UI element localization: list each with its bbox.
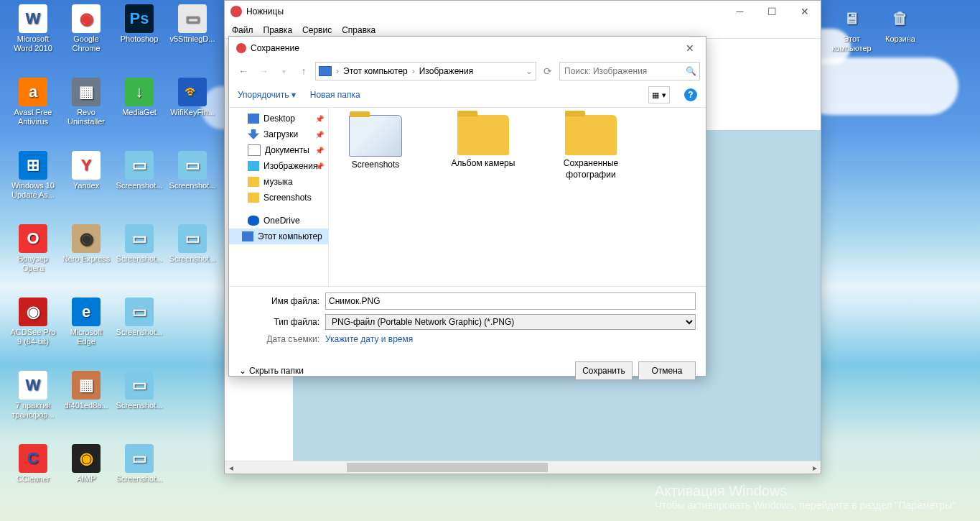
- folder-item[interactable]: Альбом камеры: [444, 115, 523, 170]
- pin-icon: 📌: [315, 162, 324, 170]
- tree-node[interactable]: Документы📌: [229, 142, 328, 158]
- desktop-icon[interactable]: ▭Screenshot...: [113, 151, 165, 190]
- maximize-button[interactable]: ☐: [756, 1, 788, 22]
- scroll-left-arrow[interactable]: ◂: [225, 461, 237, 474]
- tree-node[interactable]: Screenshots: [229, 190, 328, 206]
- app-icon: e: [72, 298, 101, 326]
- desktop-icon[interactable]: ◉Google Chrome: [60, 4, 112, 53]
- horizontal-scrollbar[interactable]: ◂ ▸: [225, 461, 821, 474]
- app-icon: ▭: [125, 298, 154, 326]
- tree-label: Загрузки: [263, 129, 298, 139]
- folder-item[interactable]: Screenshots: [336, 115, 415, 171]
- app-icon: W: [19, 4, 47, 33]
- desktop-icon[interactable]: ▭v5SttniegD...: [167, 4, 218, 44]
- app-icon: ▦: [72, 371, 101, 400]
- folder-icon: [565, 115, 617, 155]
- help-button[interactable]: ?: [684, 88, 697, 101]
- desktop-icon[interactable]: WMicrosoft Word 2010: [7, 4, 59, 53]
- folder-tree[interactable]: Desktop📌Загрузки📌Документы📌Изображения📌м…: [229, 108, 329, 286]
- desktop-icon[interactable]: eMicrosoft Edge: [60, 298, 112, 346]
- save-close-button[interactable]: ✕: [673, 37, 706, 59]
- organize-button[interactable]: Упорядочить ▾: [238, 90, 296, 100]
- filetype-select[interactable]: PNG-файл (Portable Network Graphic) (*.P…: [325, 314, 696, 330]
- scroll-thumb[interactable]: [347, 463, 548, 472]
- app-icon: ᯤ: [178, 78, 207, 106]
- refresh-button[interactable]: ⟳: [539, 63, 556, 80]
- address-bar[interactable]: › Этот компьютер › Изображения ⌄: [315, 62, 536, 80]
- new-folder-button[interactable]: Новая папка: [310, 90, 360, 100]
- desktop-icon[interactable]: ▦df401ed8a...: [60, 371, 112, 410]
- icon-label: AIMP: [60, 474, 112, 484]
- desktop-icon[interactable]: ↓MediaGet: [113, 78, 165, 117]
- desktop-icon[interactable]: ◉AIMP: [60, 444, 112, 484]
- desktop-icon[interactable]: 🗑Корзина: [874, 4, 926, 44]
- chevron-down-icon[interactable]: ⌄: [526, 66, 533, 76]
- nav-up-button[interactable]: ↑: [295, 63, 312, 80]
- tree-label: OneDrive: [263, 216, 300, 226]
- file-list[interactable]: ScreenshotsАльбом камерыСохраненные фото…: [329, 108, 706, 286]
- nav-back-button[interactable]: ←: [235, 63, 252, 80]
- tree-node[interactable]: Этот компьютер: [229, 229, 328, 244]
- tree-node[interactable]: Изображения📌: [229, 158, 328, 174]
- icon-label: Revo Uninstaller: [60, 108, 112, 126]
- nav-forward-button[interactable]: →: [255, 63, 272, 80]
- search-box[interactable]: 🔍: [559, 62, 700, 80]
- date-link[interactable]: Укажите дату и время: [325, 334, 413, 344]
- snip-titlebar[interactable]: Ножницы ─ ☐ ✕: [225, 1, 821, 22]
- tree-node[interactable]: OneDrive: [229, 213, 328, 229]
- search-input[interactable]: [563, 65, 686, 77]
- save-titlebar[interactable]: Сохранение ✕: [229, 37, 706, 60]
- desktop-icon[interactable]: W7 практик трансфор...: [7, 371, 59, 420]
- menu-tools[interactable]: Сервис: [302, 25, 332, 35]
- app-icon: ↓: [125, 78, 154, 106]
- minimize-button[interactable]: ─: [724, 1, 756, 22]
- desktop-icon[interactable]: ◉Nero Express: [60, 224, 112, 264]
- desktop-icon[interactable]: ▭Screenshot...: [167, 224, 218, 264]
- tree-node[interactable]: Desktop📌: [229, 111, 328, 126]
- desktop-icon[interactable]: ▭Screenshot...: [113, 444, 165, 484]
- close-button[interactable]: ✕: [788, 1, 821, 22]
- folder-icon: [248, 114, 259, 124]
- app-icon: ◉: [72, 224, 101, 253]
- folder-icon: [248, 144, 261, 156]
- desktop-icon[interactable]: CCCleaner: [7, 444, 59, 484]
- desktop-icon[interactable]: PsPhotoshop: [113, 4, 165, 44]
- filetype-label: Тип файла:: [239, 317, 325, 327]
- pc-icon: [319, 66, 332, 76]
- nav-recent-button[interactable]: ▾: [275, 63, 292, 80]
- tree-node[interactable]: Загрузки📌: [229, 126, 328, 142]
- desktop-icon[interactable]: YYandex: [60, 151, 112, 190]
- desktop-icon[interactable]: ▭Screenshot...: [113, 298, 165, 337]
- menu-file[interactable]: Файл: [232, 25, 253, 35]
- save-button[interactable]: Сохранить: [575, 361, 633, 380]
- desktop-icon[interactable]: aAvast Free Antivirus: [7, 78, 59, 126]
- save-title: Сохранение: [251, 43, 673, 53]
- desktop-icon[interactable]: 🖥Этот компьютер: [826, 4, 877, 53]
- menu-edit[interactable]: Правка: [263, 25, 293, 35]
- tree-node[interactable]: музыка: [229, 174, 328, 190]
- icon-label: Screenshot...: [167, 181, 218, 190]
- desktop-icon[interactable]: ▦Revo Uninstaller: [60, 78, 112, 126]
- folder-item[interactable]: Сохраненные фотографии: [551, 115, 630, 180]
- desktop-icon[interactable]: ᯤWifiKeyFin...: [167, 78, 218, 117]
- search-icon[interactable]: 🔍: [686, 66, 696, 76]
- desktop-icon[interactable]: ⊞Windows 10 Update As...: [7, 151, 59, 200]
- desktop-icon[interactable]: ▭Screenshot...: [113, 371, 165, 410]
- filename-input[interactable]: [325, 292, 696, 310]
- breadcrumb-current[interactable]: Изображения: [419, 66, 473, 76]
- app-icon: a: [19, 78, 47, 106]
- breadcrumb-root[interactable]: Этот компьютер: [343, 66, 408, 76]
- scroll-right-arrow[interactable]: ▸: [808, 461, 821, 474]
- desktop-icon[interactable]: ◉ACDSee Pro 9 (64-bit): [7, 298, 59, 346]
- desktop-icon[interactable]: ▭Screenshot...: [167, 151, 218, 190]
- menu-help[interactable]: Справка: [342, 25, 375, 35]
- chevron-down-icon: ⌄: [239, 366, 246, 376]
- desktop-icon[interactable]: OБраузер Opera: [7, 224, 59, 273]
- folder-icon: [248, 177, 259, 187]
- view-mode-button[interactable]: ▦ ▾: [648, 86, 670, 103]
- hide-folders-toggle[interactable]: ⌄ Скрыть папки: [239, 366, 304, 376]
- cancel-button[interactable]: Отмена: [638, 361, 696, 380]
- desktop-icon[interactable]: ▭Screenshot...: [113, 224, 165, 264]
- folder-label: Сохраненные фотографии: [551, 158, 630, 180]
- icon-label: WifiKeyFin...: [167, 108, 218, 117]
